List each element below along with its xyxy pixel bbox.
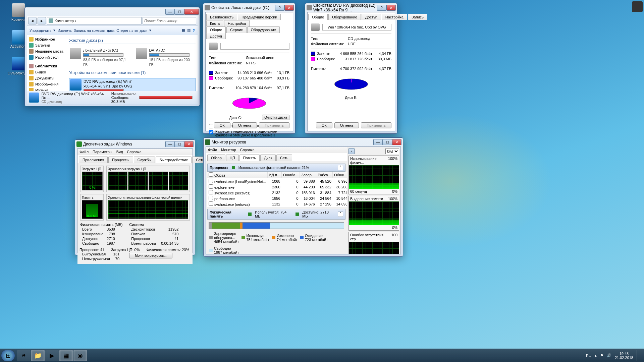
nav-item[interactable]: Рабочий стол bbox=[27, 54, 67, 60]
tab-performance[interactable]: Быстродействие bbox=[156, 157, 192, 163]
tray-up-icon[interactable]: ▴ bbox=[595, 353, 597, 358]
table-row[interactable]: svchost.exe (netsvcs)1132014 67627 29614… bbox=[207, 201, 347, 207]
address-bar[interactable]: Компьютер› bbox=[47, 17, 142, 24]
category-hdd[interactable]: Жесткие диски (2) bbox=[69, 38, 196, 44]
table-row[interactable]: perfmon.exe1856016 00424 56410 54414 020 bbox=[207, 195, 347, 201]
apply-button[interactable]: Применить bbox=[259, 122, 289, 128]
nav-item[interactable]: Видео bbox=[27, 69, 67, 75]
system-tray[interactable]: RU ▴ ⚑ 🔊 19:4821.02.2018 bbox=[586, 350, 643, 361]
toolbar-arrange[interactable]: Упорядочить bbox=[30, 28, 51, 33]
table-row[interactable]: svchost.exe (secsvcs)21320156 91631 8847… bbox=[207, 190, 347, 195]
nav-item[interactable]: Документы bbox=[27, 75, 67, 81]
drive-c[interactable]: Локальный диск (C:)83,9 ГБ свободно из 9… bbox=[69, 47, 132, 68]
menu-file[interactable]: Файл bbox=[208, 148, 217, 152]
cancel-button[interactable]: Отмена bbox=[334, 122, 359, 128]
menu-view[interactable]: Вид bbox=[116, 150, 123, 154]
nav-item[interactable]: Недавние места bbox=[27, 48, 67, 54]
ok-button[interactable]: ОК bbox=[316, 122, 332, 128]
table-row[interactable]: svchost.exe (LocalSystemNet...1068039 88… bbox=[207, 178, 347, 184]
help-icon[interactable]: ? bbox=[193, 28, 195, 33]
tab-hardware[interactable]: Оборудование bbox=[247, 26, 280, 33]
back-button[interactable]: ◄ bbox=[28, 17, 37, 24]
maximize-button[interactable]: ☐ bbox=[175, 9, 184, 15]
maximize-button[interactable]: ☐ bbox=[383, 139, 392, 145]
tab-security[interactable]: Безопасность bbox=[206, 14, 237, 20]
tab-prev-versions[interactable]: Предыдущие версии bbox=[238, 14, 281, 20]
tab-recording[interactable]: Запись bbox=[408, 14, 427, 20]
desktop-widget[interactable] bbox=[632, 1, 643, 12]
taskbar-ie[interactable]: e bbox=[17, 350, 31, 361]
physmem-header[interactable]: Физическая памятьИспользуется: 754 МБДос… bbox=[207, 209, 345, 220]
taskbar-media[interactable]: ▶ bbox=[45, 350, 59, 361]
search-input[interactable] bbox=[143, 17, 196, 24]
tab-customize[interactable]: Настройка bbox=[382, 14, 407, 20]
menu-options[interactable]: Параметры bbox=[93, 150, 112, 154]
toolbar-burn[interactable]: Запись на компакт-диск bbox=[74, 28, 115, 33]
taskbar-explorer[interactable]: 📁 bbox=[31, 350, 45, 361]
cancel-button[interactable]: Отмена bbox=[232, 122, 257, 128]
tab-hardware[interactable]: Оборудование bbox=[328, 14, 361, 20]
close-button[interactable]: ✕ bbox=[386, 5, 396, 11]
tab-sharing[interactable]: Доступ bbox=[362, 14, 381, 20]
tab-tools[interactable]: Сервис bbox=[226, 26, 247, 33]
menu-monitor[interactable]: Монитор bbox=[221, 148, 236, 152]
close-button[interactable]: ✕ bbox=[392, 139, 401, 145]
minimize-button[interactable]: — bbox=[373, 139, 383, 145]
nav-favorites-hdr[interactable]: Избранное bbox=[27, 36, 67, 42]
tab-memory[interactable]: Память bbox=[239, 155, 260, 161]
minimize-button[interactable]: — bbox=[165, 9, 175, 15]
nav-item[interactable]: Музыка bbox=[27, 87, 67, 91]
ok-button[interactable]: ОК bbox=[214, 122, 230, 128]
tab-services[interactable]: Службы bbox=[134, 157, 155, 163]
cleanup-button[interactable]: Очистка диска bbox=[262, 115, 289, 120]
disk-name-input[interactable] bbox=[322, 24, 391, 31]
view-select[interactable]: Вид bbox=[385, 148, 399, 154]
tab-disk[interactable]: Диск bbox=[260, 155, 276, 161]
maximize-button[interactable]: ☐ bbox=[175, 141, 184, 147]
preview-icon[interactable]: ▥ bbox=[187, 28, 191, 33]
category-removable[interactable]: Устройства со съемными носителями (1) bbox=[69, 70, 196, 76]
tab-general[interactable]: Общие bbox=[206, 26, 226, 33]
collapse-icon[interactable]: ˄ bbox=[338, 165, 343, 170]
tab-customize[interactable]: Настройка bbox=[224, 20, 250, 26]
nav-libraries-hdr[interactable]: Библиотеки bbox=[27, 63, 67, 69]
close-button[interactable]: ✕ bbox=[184, 141, 194, 147]
clock[interactable]: 19:4821.02.2018 bbox=[615, 352, 633, 360]
close-button[interactable]: ✕ bbox=[284, 5, 294, 11]
processes-header[interactable]: ПроцессыИспользование физической памяти:… bbox=[207, 164, 345, 172]
disk-name-input[interactable] bbox=[220, 43, 289, 50]
close-button[interactable]: ✕ bbox=[184, 9, 199, 15]
toolbar-erase[interactable]: Стереть этот диск bbox=[116, 28, 147, 33]
tab-overview[interactable]: Обзор bbox=[207, 155, 225, 161]
tab-general[interactable]: Общие bbox=[308, 14, 328, 20]
drive-e-selected[interactable]: DVD RW дисковод (E:) Win7x86-x64 Ru 9in1… bbox=[69, 78, 196, 91]
minimize-button[interactable]: — bbox=[165, 141, 175, 147]
toolbar-extract[interactable]: Извлечь bbox=[57, 28, 71, 33]
menu-help[interactable]: Справка bbox=[240, 148, 255, 152]
nav-item[interactable]: Изображения bbox=[27, 81, 67, 87]
tab-quota[interactable]: Квота bbox=[206, 20, 223, 26]
tab-cpu[interactable]: ЦП bbox=[226, 155, 239, 161]
tray-flag-icon[interactable]: ⚑ bbox=[600, 353, 603, 358]
tab-network[interactable]: Сеть bbox=[276, 155, 292, 161]
lang-indicator[interactable]: RU bbox=[586, 354, 591, 358]
tab-sharing[interactable]: Доступ bbox=[206, 33, 226, 39]
show-desktop-button[interactable] bbox=[637, 350, 640, 361]
start-button[interactable]: ⊞ bbox=[1, 350, 15, 361]
forward-button[interactable]: ► bbox=[38, 17, 46, 24]
tray-volume-icon[interactable]: 🔊 bbox=[607, 353, 611, 358]
drive-d[interactable]: DATA (D:)151 ГБ свободно из 200 ГБ bbox=[135, 47, 196, 68]
resource-monitor-button[interactable]: Монитор ресурсов... bbox=[129, 253, 172, 258]
taskbar-resmon[interactable]: ◉ bbox=[73, 350, 87, 361]
expand-icon[interactable]: › bbox=[348, 148, 355, 154]
menu-help[interactable]: Справка bbox=[127, 150, 142, 154]
table-row[interactable]: explorer.exe2360044 20065 33236 20829 12… bbox=[207, 184, 347, 190]
view-icon[interactable]: ▦ bbox=[182, 28, 185, 33]
help-button[interactable]: ? bbox=[377, 5, 386, 11]
nav-item[interactable]: Загрузки bbox=[27, 42, 67, 48]
menu-file[interactable]: Файл bbox=[79, 150, 89, 154]
tab-apps[interactable]: Приложения bbox=[79, 157, 108, 163]
apply-button[interactable]: Применить bbox=[361, 122, 391, 128]
collapse-icon[interactable]: ˄ bbox=[338, 212, 343, 217]
help-button[interactable]: ? bbox=[275, 5, 284, 11]
